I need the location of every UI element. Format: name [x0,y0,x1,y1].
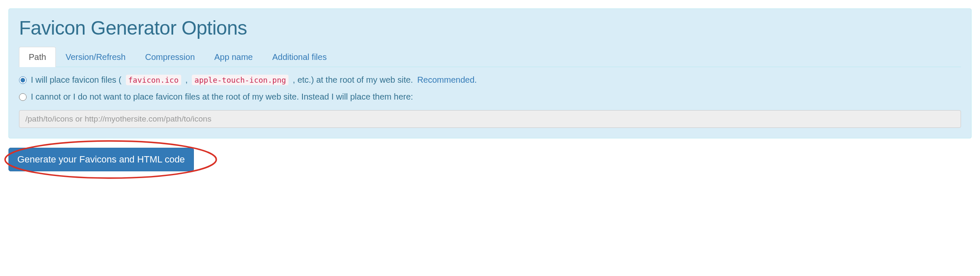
option-custom-text: I cannot or I do not want to place favic… [31,92,413,102]
option-custom-row: I cannot or I do not want to place favic… [19,92,961,102]
tab-version-refresh[interactable]: Version/Refresh [56,47,135,67]
option-root-text-after: , etc.) at the root of my web site. [293,75,413,85]
tab-path[interactable]: Path [19,47,56,67]
option-root-radio[interactable] [19,76,27,84]
code-apple-touch-icon: apple-touch-icon.png [192,75,289,85]
option-root-label[interactable]: I will place favicon files ( favicon.ico… [19,75,477,85]
option-root-sep: , [185,75,188,85]
option-custom-radio[interactable] [19,93,27,101]
option-custom-label[interactable]: I cannot or I do not want to place favic… [19,92,413,102]
option-root-row: I will place favicon files ( favicon.ico… [19,75,961,85]
tab-app-name[interactable]: App name [204,47,262,67]
generate-button[interactable]: Generate your Favicons and HTML code [8,148,194,171]
tabs: Path Version/Refresh Compression App nam… [19,47,961,67]
code-favicon-ico: favicon.ico [126,75,181,85]
option-root-text-before: I will place favicon files ( [31,75,122,85]
panel-title: Favicon Generator Options [19,16,961,39]
generate-button-wrap: Generate your Favicons and HTML code [8,148,194,171]
tab-compression[interactable]: Compression [135,47,204,67]
path-input[interactable] [19,110,961,128]
options-panel: Favicon Generator Options Path Version/R… [8,8,972,138]
tab-additional-files[interactable]: Additional files [262,47,336,67]
recommended-link[interactable]: Recommended. [417,75,477,85]
